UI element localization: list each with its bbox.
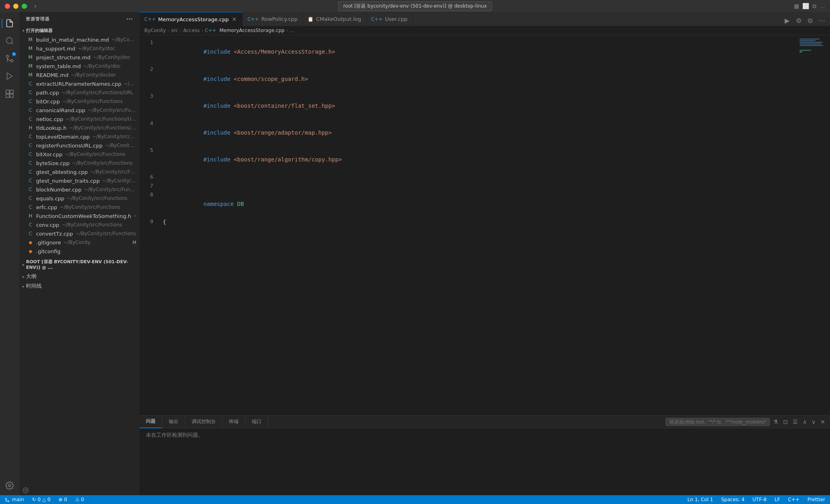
- list-item[interactable]: H FunctionCustomWeekToSomething.h ~/...: [19, 212, 140, 220]
- breadcrumb-more[interactable]: …: [289, 28, 294, 33]
- cpp-file-icon: C: [27, 169, 34, 175]
- status-language[interactable]: C++: [786, 497, 801, 502]
- outline-section[interactable]: ▸ 大纲: [19, 272, 140, 281]
- nav-forward-button[interactable]: ›: [32, 2, 38, 10]
- activity-settings[interactable]: [2, 479, 18, 495]
- panel-tab-ports[interactable]: 端口: [245, 415, 268, 428]
- file-path: ~/ByConity/src/Functions/URL: [61, 90, 133, 95]
- panel-tab-terminal[interactable]: 终端: [223, 415, 245, 428]
- breadcrumb-src[interactable]: src: [171, 28, 178, 33]
- list-item[interactable]: ◆ .gitconfig: [19, 247, 140, 256]
- window-controls[interactable]: [5, 4, 27, 9]
- list-item[interactable]: ◆ .gitignore ~/ByConity M: [19, 238, 140, 247]
- status-warnings[interactable]: ⚠ 0: [73, 497, 85, 502]
- tab-cmake-output[interactable]: 📋 CMakeOutput.log: [303, 12, 366, 26]
- run-code-button[interactable]: ▶: [783, 15, 791, 26]
- panel-collapse-button[interactable]: ∧: [801, 417, 808, 427]
- open-editors-section[interactable]: ▾ 打开的编辑器: [19, 26, 140, 35]
- list-item[interactable]: C convertTz.cpp ~/ByConity/src/Functions: [19, 229, 140, 238]
- activity-search[interactable]: [2, 33, 18, 49]
- status-errors[interactable]: ⊗ 0: [57, 497, 69, 502]
- file-path: ~/ByConity/src/Functions: [60, 204, 120, 210]
- timeline-section[interactable]: ▸ 时间线: [19, 281, 140, 291]
- close-button[interactable]: [5, 4, 10, 9]
- filter-icon-button[interactable]: ⚗: [771, 417, 780, 427]
- list-item[interactable]: C bitOr.cpp ~/ByConity/src/Functions: [19, 97, 140, 106]
- activity-extensions[interactable]: [2, 86, 18, 102]
- status-sync[interactable]: ↻ 0 △ 0: [30, 497, 52, 502]
- tab-user-cpp[interactable]: C++ User.cpp: [366, 12, 413, 26]
- list-item[interactable]: M ha_support.md ~/ByConity/doc: [19, 44, 140, 53]
- line-number: 3: [140, 92, 160, 119]
- list-item[interactable]: C netloc.cpp ~/ByConity/src/Functions/UR…: [19, 115, 140, 123]
- status-encoding[interactable]: UTF-8: [751, 497, 768, 502]
- list-item[interactable]: M system_table.md ~/ByConity/doc: [19, 62, 140, 71]
- split-editor-button[interactable]: ⧉: [812, 3, 816, 10]
- editor-settings-button[interactable]: ⚙: [794, 15, 803, 26]
- tab-debug-label: 调试控制台: [192, 418, 216, 425]
- list-item[interactable]: C registerFunctionsURL.cpp ~/ByConity/sr…: [19, 141, 140, 150]
- root-folder-section[interactable]: ▸ ROOT [容器 BYCONITY/DEV-ENV (501-DEV-ENV…: [19, 257, 140, 272]
- file-path: ~/ByConity/doc: [78, 46, 115, 51]
- list-item[interactable]: C extractURLParameterNames.cpp ~/ByC...: [19, 79, 140, 88]
- status-formatter[interactable]: Prettier: [806, 497, 827, 502]
- line-content: [160, 182, 798, 191]
- more-options-icon[interactable]: ⋯: [126, 15, 133, 23]
- line-content: #include <common/scope_guard.h>: [160, 65, 798, 92]
- status-spaces[interactable]: Spaces: 4: [719, 497, 746, 502]
- list-item[interactable]: C blockNumber.cpp ~/ByConity/src/Functio…: [19, 185, 140, 194]
- panel-toggle-button[interactable]: ⬜: [802, 3, 809, 10]
- list-item[interactable]: C byteSize.cpp ~/ByConity/src/Functions: [19, 159, 140, 167]
- list-item[interactable]: H tldLookup.h ~/ByConity/src/Functions/U…: [19, 123, 140, 132]
- more-tab-actions-button[interactable]: ⋯: [817, 15, 827, 26]
- tab-memory-access-storage[interactable]: C++ MemoryAccessStorage.cpp ✕: [140, 12, 243, 26]
- tab-row-policy[interactable]: C++ RowPolicy.cpp: [243, 12, 303, 26]
- list-item[interactable]: C conv.cpp ~/ByConity/src/Functions: [19, 220, 140, 229]
- list-item[interactable]: M README.md ~/ByConity/docker: [19, 71, 140, 79]
- panel-tab-problems[interactable]: 问题: [140, 415, 162, 428]
- status-ln-col[interactable]: Ln 1, Col 1: [686, 497, 715, 502]
- settings-bar[interactable]: [19, 486, 140, 495]
- cpp-file-icon: C: [27, 142, 34, 149]
- panel-tab-output[interactable]: 输出: [162, 415, 185, 428]
- list-item[interactable]: C bitXor.cpp ~/ByConity/src/Functions: [19, 150, 140, 159]
- svg-point-10: [25, 490, 26, 491]
- file-path: ~/ByConity/src/Functions: [65, 151, 126, 157]
- tab-output-label: 输出: [169, 418, 178, 425]
- list-item[interactable]: C canonicalRand.cpp ~/ByConity/src/Funct…: [19, 106, 140, 115]
- list-item[interactable]: C gtest_number_traits.cpp ~/ByConity/src…: [19, 176, 140, 185]
- line-number: 4: [140, 119, 160, 146]
- code-editor[interactable]: 1 #include <Access/MemoryAccessStorage.h…: [140, 35, 798, 415]
- panel-close-button[interactable]: ✕: [819, 417, 827, 427]
- mini-line: [800, 50, 811, 51]
- activity-explorer[interactable]: [2, 15, 18, 31]
- panel-filter-input[interactable]: [666, 418, 770, 426]
- breadcrumb-byconity[interactable]: ByConity: [144, 28, 166, 33]
- panel-expand-button[interactable]: ∨: [810, 417, 817, 427]
- list-item[interactable]: C path.cpp ~/ByConity/src/Functions/URL: [19, 88, 140, 97]
- panel-list-button[interactable]: ☰: [791, 417, 800, 427]
- activity-source-control[interactable]: ↻: [2, 50, 18, 67]
- more-actions-button[interactable]: …: [820, 3, 825, 10]
- list-item[interactable]: C topLevelDomain.cpp ~/ByConity/src/Func…: [19, 132, 140, 141]
- breadcrumb-access[interactable]: Access: [183, 28, 200, 33]
- activity-run[interactable]: [2, 68, 18, 84]
- minimize-button[interactable]: [13, 4, 18, 9]
- titlebar-search[interactable]: root [容器 byconity/dev-env (501-dev-env)]…: [338, 1, 492, 11]
- list-item[interactable]: C erfc.cpp ~/ByConity/src/Functions: [19, 203, 140, 212]
- status-eol[interactable]: LF: [773, 497, 782, 502]
- nav-back-button[interactable]: ‹: [24, 2, 29, 10]
- panel-layout-button[interactable]: ⊡: [781, 417, 790, 427]
- layout-toggle-button[interactable]: ▦: [794, 3, 799, 10]
- breadcrumb-file[interactable]: C++ MemoryAccessStorage.cpp: [205, 28, 285, 33]
- mini-line: [800, 42, 823, 43]
- list-item[interactable]: M project_structure.md ~/ByConity/doc: [19, 53, 140, 62]
- panel-tab-debug[interactable]: 调试控制台: [185, 415, 223, 428]
- breadcrumb-sep: ›: [201, 28, 203, 33]
- list-item[interactable]: M build_in_metal_machine.md ~/ByConity/.…: [19, 35, 140, 44]
- list-item[interactable]: C gtest_abtesting.cpp ~/ByConity/src/Fun…: [19, 167, 140, 176]
- list-item[interactable]: C equals.cpp ~/ByConity/src/Functions: [19, 194, 140, 203]
- tab-close-button[interactable]: ✕: [231, 16, 238, 22]
- status-branch[interactable]: main: [3, 497, 26, 502]
- split-editor-right-button[interactable]: ⧉: [806, 16, 814, 26]
